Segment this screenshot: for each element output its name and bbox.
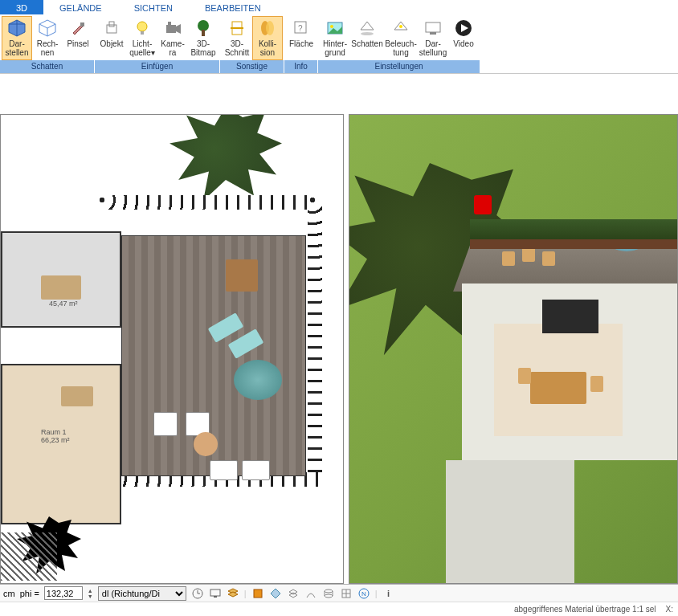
svg-point-26 <box>399 25 402 28</box>
unit-label: cm <box>3 589 15 598</box>
brush-icon <box>68 18 88 38</box>
group-label-schatten: Schatten <box>0 60 95 73</box>
svg-marker-37 <box>228 592 238 597</box>
cube-orange-icon[interactable] <box>251 587 264 600</box>
diamond-icon[interactable] <box>269 587 282 600</box>
tab-sichten[interactable]: SICHTEN <box>118 0 189 14</box>
grid-icon[interactable] <box>340 587 353 600</box>
tab-gelaende[interactable]: GELÄNDE <box>43 0 118 14</box>
ribbon-group-einfuegen: Objekt Licht- quelle▾ Kame- ra 3D- Bitma… <box>95 14 220 73</box>
kamera-button[interactable]: Kame- ra <box>157 16 188 60</box>
svg-rect-35 <box>214 596 217 598</box>
footer-message: abgegriffenes Material übertrage 1:1 sel <box>514 605 656 614</box>
group-label-einfuegen: Einfügen <box>95 60 220 73</box>
lichtquelle-button[interactable]: Licht- quelle▾ <box>127 16 157 60</box>
n-icon[interactable]: N <box>357 587 370 600</box>
flaeche-button[interactable]: ? Fläche <box>286 16 317 60</box>
clock-icon[interactable] <box>191 587 204 600</box>
bulb-icon <box>133 18 152 38</box>
phi-input[interactable] <box>44 586 83 600</box>
svg-marker-40 <box>289 589 297 594</box>
phi-spin-up[interactable]: ▲ <box>88 588 93 594</box>
footer-coord: X: <box>666 605 673 614</box>
svg-marker-41 <box>289 593 297 598</box>
svg-point-24 <box>330 25 333 28</box>
viewport-3d[interactable] <box>349 114 678 584</box>
svg-line-4 <box>47 24 55 28</box>
display-icon <box>423 18 443 38</box>
kollision-button[interactable]: Kolli- sion <box>252 16 283 60</box>
tab-3d[interactable]: 3D <box>0 0 43 14</box>
collision-icon <box>258 18 277 38</box>
footer-bar: abgegriffenes Material übertrage 1:1 sel… <box>0 602 678 616</box>
light-icon <box>391 18 410 38</box>
pinsel-button[interactable]: Pinsel <box>63 16 93 60</box>
info-icon[interactable]: i <box>382 587 395 600</box>
viewport-2d[interactable]: Raum 345,47 m² Raum 166,23 m² <box>0 114 344 584</box>
svg-rect-38 <box>254 589 262 598</box>
hintergrund-button[interactable]: Hinter- grund <box>320 16 350 60</box>
bitmap-button[interactable]: 3D- Bitmap <box>188 16 219 60</box>
schnitt-button[interactable]: 3D- Schnitt <box>222 16 252 60</box>
object-icon <box>102 18 121 38</box>
rechnen-button[interactable]: Rech- nen <box>32 16 63 60</box>
tube-icon[interactable] <box>322 587 335 600</box>
section-icon <box>227 18 247 38</box>
ribbon-group-schatten: Dar- stellen Rech- nen Pinsel Schatten <box>0 14 95 73</box>
status-bar: cm phi = ▲ ▼ dl (Richtung/Di | N | i <box>0 584 678 602</box>
arc-icon[interactable] <box>304 587 317 600</box>
svg-point-42 <box>325 589 333 593</box>
video-button[interactable]: Video <box>448 16 479 60</box>
darstellung-button[interactable]: Dar- stellung <box>418 16 448 60</box>
svg-marker-13 <box>176 24 181 34</box>
svg-rect-7 <box>80 22 84 27</box>
phi-label: phi = <box>20 589 39 598</box>
shadow-icon <box>357 18 377 38</box>
background-icon <box>325 18 345 38</box>
content-area: Raum 345,47 m² Raum 166,23 m² <box>0 74 678 584</box>
group-label-info: Info <box>284 60 318 73</box>
darstellen-button[interactable]: Dar- stellen <box>2 16 32 60</box>
svg-point-25 <box>361 32 374 35</box>
svg-point-20 <box>266 21 274 35</box>
cube-wire-icon <box>38 18 57 38</box>
svg-rect-9 <box>109 22 114 27</box>
svg-rect-11 <box>141 31 144 35</box>
direction-select[interactable]: dl (Richtung/Di <box>98 586 186 601</box>
svg-rect-12 <box>166 25 176 33</box>
layers-icon[interactable] <box>227 587 239 600</box>
group-label-einstellungen: Einstellungen <box>318 60 480 73</box>
tree-icon <box>194 18 213 38</box>
area-icon: ? <box>292 18 311 38</box>
svg-rect-34 <box>210 589 220 596</box>
svg-rect-28 <box>430 32 436 35</box>
svg-line-5 <box>39 24 47 28</box>
svg-point-15 <box>198 20 209 31</box>
svg-text:N: N <box>361 590 366 598</box>
svg-rect-27 <box>426 22 440 32</box>
svg-text:?: ? <box>298 24 303 33</box>
svg-point-45 <box>325 594 333 598</box>
svg-rect-16 <box>202 30 205 36</box>
phi-spin-down[interactable]: ▼ <box>88 594 93 599</box>
svg-point-10 <box>137 22 147 31</box>
ribbon-group-info: ? Fläche Info <box>284 14 318 73</box>
tab-bearbeiten[interactable]: BEARBEITEN <box>189 0 277 14</box>
main-tabs: 3D GELÄNDE SICHTEN BEARBEITEN <box>0 0 678 14</box>
monitor-icon[interactable] <box>209 587 222 600</box>
objekt-button[interactable]: Objekt <box>96 16 127 60</box>
group-label-sonstige: Sonstige <box>220 60 284 73</box>
camera-icon <box>163 18 182 38</box>
ribbon: Dar- stellen Rech- nen Pinsel Schatten O… <box>0 14 678 74</box>
stack-icon[interactable] <box>287 587 300 600</box>
ribbon-group-sonstige: 3D- Schnitt Kolli- sion Sonstige <box>220 14 284 73</box>
beleuchtung-button[interactable]: Beleuch- tung <box>384 16 418 60</box>
play-icon <box>454 18 473 38</box>
svg-marker-39 <box>271 589 280 598</box>
schatten-button[interactable]: Schatten <box>350 16 384 60</box>
cube-icon <box>7 18 27 38</box>
svg-rect-14 <box>168 22 171 25</box>
room1-label: Raum 166,23 m² <box>41 428 70 444</box>
ribbon-group-einstellungen: Hinter- grund Schatten Beleuch- tung Dar… <box>318 14 480 73</box>
